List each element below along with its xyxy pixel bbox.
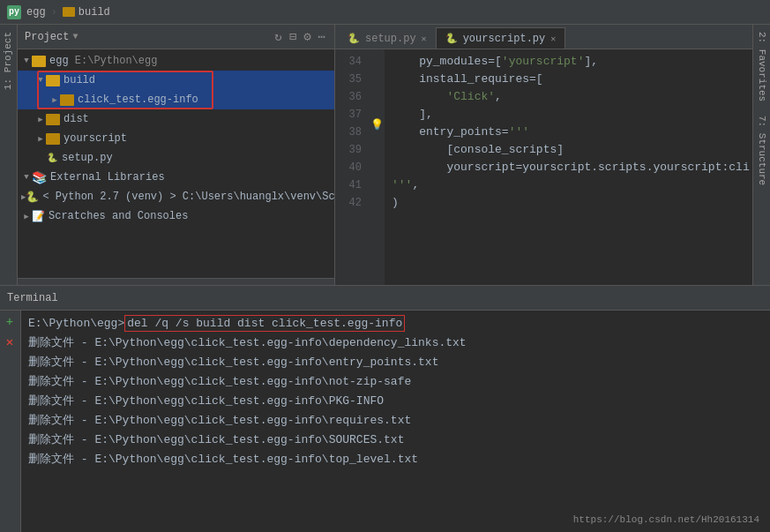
sync-icon[interactable]: ↻ — [273, 27, 283, 46]
tree-item-dist[interactable]: ▶ dist — [18, 109, 334, 129]
project-panel: Project ▼ ↻ ⊟ ⚙ ⋯ ▼ egg E:\Python\egg ▼ — [18, 25, 335, 285]
yourscript-label: yourscript — [64, 132, 127, 145]
tree-item-setup-py[interactable]: 🐍 setup.py — [18, 148, 334, 168]
build-folder-icon — [63, 7, 75, 17]
build-folder-icon-tree — [46, 75, 60, 86]
ext-libs-expand-arrow: ▼ — [21, 173, 32, 182]
tab-setup-py-close[interactable]: ✕ — [422, 34, 427, 44]
structure-tab-label[interactable]: 7: Structure — [753, 109, 770, 192]
tab-yourscript-py-close[interactable]: ✕ — [550, 34, 556, 44]
panel-title-text: Project — [25, 31, 69, 43]
ext-libs-icon: 📚 — [32, 170, 47, 185]
terminal-content[interactable]: E:\Python\egg>del /q /s build dist click… — [21, 311, 770, 532]
scratches-icon: 📝 — [32, 210, 45, 223]
terminal-output-line-1: 删除文件 - E:\Python\egg\click_test.egg-info… — [28, 353, 763, 372]
terminal-output-line-4: 删除文件 - E:\Python\egg\click_test.egg-info… — [28, 411, 763, 431]
project-panel-scrollbar[interactable] — [18, 278, 334, 285]
project-tab-label[interactable]: 1: Project — [0, 25, 17, 97]
terminal-add-btn[interactable]: + — [2, 314, 18, 330]
bottom-panel: Terminal + ✕ E:\Python\egg>del /q /s bui… — [0, 285, 770, 532]
python27-icon: 🐍 — [26, 191, 39, 204]
tab-yourscript-py-icon: 🐍 — [445, 33, 458, 44]
terminal-output-line-0: 删除文件 - E:\Python\egg\click_test.egg-info… — [28, 333, 763, 353]
root-expand-arrow: ▼ — [21, 56, 32, 65]
tab-setup-py-label: setup.py — [365, 33, 416, 45]
tree-item-ext-libs[interactable]: ▼ 📚 External Libraries — [18, 168, 334, 187]
root-folder-icon — [32, 56, 46, 67]
build-expand-arrow: ▼ — [35, 76, 46, 85]
tree-item-python27[interactable]: ▶ 🐍 < Python 2.7 (venv) > C:\Users\huang… — [18, 187, 334, 206]
ext-libs-label: External Libraries — [50, 171, 165, 184]
favorites-tab-label[interactable]: 2: Favorites — [753, 25, 770, 109]
tab-bar: 🐍 setup.py ✕ 🐍 yourscript.py ✕ — [335, 25, 752, 49]
dist-folder-icon — [46, 114, 60, 125]
terminal-header: Terminal — [0, 286, 770, 311]
bulb-icon[interactable]: 💡 — [370, 118, 384, 131]
gutter: 💡 — [367, 49, 385, 285]
code-panel: 🐍 setup.py ✕ 🐍 yourscript.py ✕ 34 35 36 … — [335, 25, 752, 285]
scratches-expand-arrow: ▶ — [21, 212, 32, 221]
panel-dropdown-arrow[interactable]: ▼ — [72, 32, 78, 41]
root-label: egg — [49, 55, 69, 67]
tree-item-build[interactable]: ▼ build — [18, 71, 334, 90]
tab-yourscript-py-label: yourscript.py — [463, 33, 546, 45]
dist-label: dist — [64, 113, 89, 125]
tree-item-click-test[interactable]: ▶ click_test.egg-info — [18, 90, 334, 109]
panel-header: Project ▼ ↻ ⊟ ⚙ ⋯ — [18, 25, 334, 49]
panel-title: Project ▼ — [25, 31, 78, 43]
right-tabs: 2: Favorites 7: Structure — [752, 25, 770, 285]
tree-root[interactable]: ▼ egg E:\Python\egg — [18, 51, 334, 71]
project-tree: ▼ egg E:\Python\egg ▼ build ▶ click_test… — [18, 49, 334, 278]
project-name: egg — [26, 6, 46, 19]
root-path: E:\Python\egg — [69, 55, 158, 67]
code-area: 34 35 36 37 38 39 40 41 42 💡 py_modules=… — [335, 49, 752, 285]
tree-item-yourscript[interactable]: ▶ yourscript — [18, 129, 334, 148]
project-icon: py — [7, 5, 21, 19]
more-icon[interactable]: ⋯ — [317, 27, 327, 46]
scratches-label: Scratches and Consoles — [49, 210, 188, 222]
tab-setup-py[interactable]: 🐍 setup.py ✕ — [339, 27, 436, 49]
side-tabs-left: 1: Project — [0, 25, 18, 285]
terminal-prompt: E:\Python\egg> — [28, 317, 124, 330]
tab-yourscript-py[interactable]: 🐍 yourscript.py ✕ — [436, 27, 566, 49]
click-test-folder-icon — [60, 94, 74, 106]
terminal-toolbar: + ✕ — [0, 311, 21, 532]
setup-py-label: setup.py — [62, 152, 113, 164]
terminal-prompt-line: E:\Python\egg>del /q /s build dist click… — [28, 314, 763, 333]
code-content[interactable]: py_modules=['yourscript'], install_requi… — [385, 49, 752, 285]
watermark: https://blog.csdn.net/Hh20161314 — [573, 514, 759, 525]
tab-setup-py-icon: 🐍 — [348, 33, 360, 44]
terminal-close-btn[interactable]: ✕ — [2, 333, 18, 349]
setup-py-icon: 🐍 — [46, 152, 58, 164]
line-numbers: 34 35 36 37 38 39 40 41 42 — [335, 49, 367, 285]
yourscript-folder-icon — [46, 133, 60, 145]
click-test-expand-arrow: ▶ — [49, 95, 60, 105]
collapse-icon[interactable]: ⊟ — [288, 27, 298, 46]
tree-item-scratches[interactable]: ▶ 📝 Scratches and Consoles — [18, 206, 334, 226]
terminal-output-line-3: 删除文件 - E:\Python\egg\click_test.egg-info… — [28, 392, 763, 411]
build-folder: build — [63, 6, 110, 19]
yourscript-expand-arrow: ▶ — [35, 134, 46, 144]
python27-label: < Python 2.7 (venv) > C:\Users\huanglx\v… — [42, 191, 334, 203]
title-separator: › — [51, 6, 57, 19]
terminal-output-line-5: 删除文件 - E:\Python\egg\click_test.egg-info… — [28, 431, 763, 450]
terminal-title-text: Terminal — [7, 292, 58, 304]
terminal-output-line-2: 删除文件 - E:\Python\egg\click_test.egg-info… — [28, 372, 763, 392]
main-area: 1: Project Project ▼ ↻ ⊟ ⚙ ⋯ ▼ egg E:\Py… — [0, 25, 770, 285]
settings-icon[interactable]: ⚙ — [302, 27, 312, 46]
terminal-body-wrapper: + ✕ E:\Python\egg>del /q /s build dist c… — [0, 311, 770, 532]
terminal-command: del /q /s build dist click_test.egg-info — [124, 315, 405, 332]
panel-actions: ↻ ⊟ ⚙ ⋯ — [273, 27, 327, 46]
terminal-output-line-6: 删除文件 - E:\Python\egg\click_test.egg-info… — [28, 450, 763, 469]
dist-expand-arrow: ▶ — [35, 115, 46, 124]
click-test-label: click_test.egg-info — [78, 94, 198, 106]
title-bar: py egg › build — [0, 0, 770, 25]
build-label: build — [64, 74, 95, 86]
